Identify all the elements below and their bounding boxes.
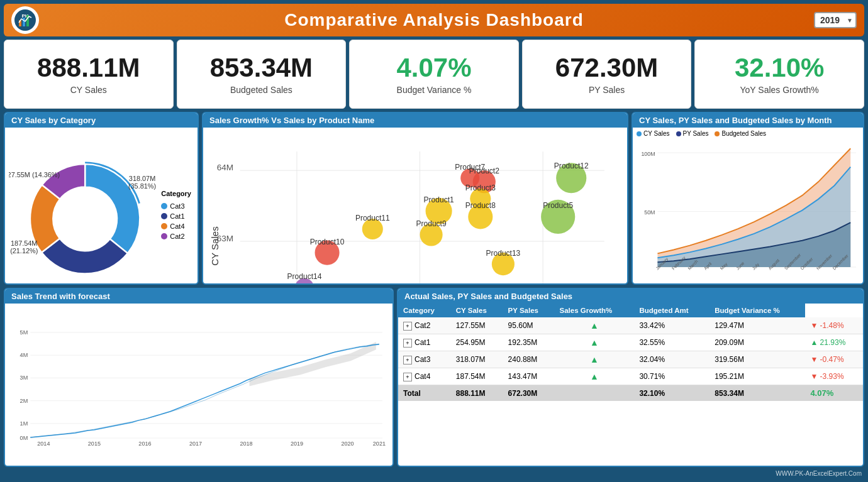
variance-arrow: ▼ [810, 321, 818, 330]
legend-title: Category [161, 190, 191, 197]
svg-text:Product13: Product13 [486, 249, 521, 258]
legend-label-cat4: Cat4 [170, 222, 184, 230]
legend-dot-cat4 [161, 223, 167, 229]
donut-legend: Category Cat3 Cat1 Cat4 [161, 190, 194, 240]
svg-text:2021: 2021 [373, 441, 386, 447]
header: PK Comparative Analysis Dashboard 2017 2… [4, 4, 864, 36]
legend-cat1: Cat1 [161, 212, 191, 220]
table-body: Category CY Sales PY Sales Sales Growth%… [398, 304, 863, 466]
cell-category: +Cat2 [398, 317, 451, 334]
donut-container: 127.55M (14.36%) 318.07M (35.81%) 187.54… [9, 131, 194, 285]
legend-budget-sales: Budgeted Sales [715, 130, 766, 137]
expand-button[interactable]: + [403, 322, 412, 331]
donut-chart-card: CY Sales by Category [4, 112, 199, 285]
svg-text:2014: 2014 [37, 441, 50, 447]
svg-text:Product10: Product10 [310, 238, 345, 246]
kpi-yoy-growth-value: 32.10% [735, 53, 824, 82]
table-header-row: Category CY Sales PY Sales Sales Growth%… [398, 304, 863, 317]
table-card: Actual Sales, PY Sales and Budgeted Sale… [397, 288, 864, 467]
variance-arrow: ▼ [810, 355, 818, 364]
legend-py-sales: PY Sales [676, 130, 709, 137]
footer-credit: WWW.PK-AnExcelExpert.Com [4, 470, 864, 478]
legend-cat2: Cat2 [161, 233, 191, 240]
svg-text:2015: 2015 [88, 441, 101, 447]
dashboard-title: Comparative Analysis Dashboard [284, 10, 584, 30]
col-header-growth: Sales Growth% [555, 304, 635, 317]
col-header-cy-sales: CY Sales [451, 304, 503, 317]
line-chart-card: CY Sales, PY Sales and Budgeted Sales by… [632, 112, 864, 285]
cell-growth-pct: 30.71% [634, 368, 709, 385]
cell-cy-sales: 127.55M [451, 317, 503, 334]
cell-budget-amt: 195.21M [709, 368, 805, 385]
kpi-cy-sales-label: CY Sales [70, 85, 107, 95]
legend-cat3: Cat3 [161, 202, 191, 210]
svg-text:187.54M: 187.54M [11, 239, 37, 247]
cell-variance: ▲ 21.93% [805, 334, 863, 351]
svg-text:127.55M (14.36%): 127.55M (14.36%) [9, 171, 60, 178]
svg-text:2M: 2M [20, 398, 28, 404]
svg-text:(21.12%): (21.12%) [10, 247, 38, 255]
growth-arrow: ▲ [590, 337, 599, 348]
svg-text:2016: 2016 [138, 441, 151, 447]
total-growth-arrow [555, 385, 635, 402]
total-growth-pct: 32.10% [634, 385, 709, 402]
scatter-chart-title: Sales Growth% Vs Sales by Product Name [203, 113, 627, 128]
kpi-budget-sales-value: 853.34M [210, 53, 313, 82]
svg-text:CY Sales: CY Sales [209, 226, 220, 265]
total-py-sales: 672.30M [503, 385, 555, 402]
trend-chart-card: Sales Trend with forecast 5M 4M 3M 2M 1M… [4, 288, 394, 467]
table-total-row: Total 888.11M 672.30M 32.10% 853.34M 4.0… [398, 385, 863, 402]
cell-py-sales: 95.60M [503, 317, 555, 334]
cell-growth: ▲ [555, 334, 635, 351]
donut-chart-title: CY Sales by Category [5, 113, 198, 128]
legend-cat4: Cat4 [161, 222, 191, 230]
legend-dot-cat3 [161, 203, 167, 209]
trend-svg: 5M 4M 3M 2M 1M 0M [9, 307, 389, 462]
svg-rect-3 [23, 18, 25, 26]
svg-text:2019: 2019 [291, 441, 303, 447]
line-svg: 100M 50M [637, 138, 859, 278]
trend-chart-body: 5M 4M 3M 2M 1M 0M [5, 304, 392, 466]
kpi-budget-variance: 4.07% Budget Variance % [349, 40, 519, 109]
year-selector[interactable]: 2017 2018 2019 2020 2021 [814, 12, 857, 28]
svg-text:Product1: Product1 [424, 195, 454, 204]
legend-budget-dot [715, 131, 720, 136]
cell-budget-amt: 319.56M [709, 351, 805, 368]
scatter-svg: CY Sales 64M 63M 62M 30% 32% 34% YoY Sal… [207, 131, 623, 285]
cell-variance: ▼ -1.48% [805, 317, 863, 334]
svg-text:Product8: Product8 [465, 201, 496, 210]
legend-py-dot [676, 131, 681, 136]
col-header-budget: Budgeted Amt [634, 304, 709, 317]
expand-button[interactable]: + [403, 339, 412, 348]
svg-text:63M: 63M [217, 234, 233, 243]
svg-text:Product12: Product12 [554, 162, 589, 170]
cell-category: +Cat4 [398, 368, 451, 385]
kpi-budget-sales-label: Budgeted Sales [230, 85, 292, 95]
growth-arrow: ▲ [590, 320, 599, 331]
svg-text:(35.81%): (35.81%) [128, 182, 156, 190]
svg-text:Product3: Product3 [465, 183, 496, 192]
trend-chart-title: Sales Trend with forecast [5, 289, 392, 304]
svg-text:Product2: Product2 [469, 167, 499, 175]
col-header-variance: Budget Variance % [709, 304, 805, 317]
svg-text:2018: 2018 [240, 441, 252, 447]
legend-label-cat3: Cat3 [170, 202, 184, 210]
bottom-row: Sales Trend with forecast 5M 4M 3M 2M 1M… [4, 288, 864, 467]
expand-button[interactable]: + [403, 373, 412, 381]
cell-growth-pct: 32.55% [634, 334, 709, 351]
expand-button[interactable]: + [403, 356, 412, 364]
donut-chart-body: 127.55M (14.36%) 318.07M (35.81%) 187.54… [5, 128, 198, 285]
svg-text:318.07M: 318.07M [129, 175, 155, 182]
dashboard: PK Comparative Analysis Dashboard 2017 2… [0, 0, 868, 482]
data-table: Category CY Sales PY Sales Sales Growth%… [398, 304, 863, 401]
kpi-cy-sales: 888.11M CY Sales [4, 40, 174, 109]
kpi-budget-variance-value: 4.07% [396, 53, 471, 82]
line-chart-legend: CY Sales PY Sales Budgeted Sales [637, 130, 859, 137]
cell-category: +Cat1 [398, 334, 451, 351]
table-row: +Cat3 318.07M 240.88M ▲ 32.04% 319.56M ▼… [398, 351, 863, 368]
cell-growth-pct: 33.42% [634, 317, 709, 334]
col-header-category: Category [398, 304, 451, 317]
svg-text:5M: 5M [20, 329, 28, 336]
year-selector-wrapper[interactable]: 2017 2018 2019 2020 2021 [814, 12, 857, 28]
total-variance-pct: 4.07% [805, 385, 863, 402]
